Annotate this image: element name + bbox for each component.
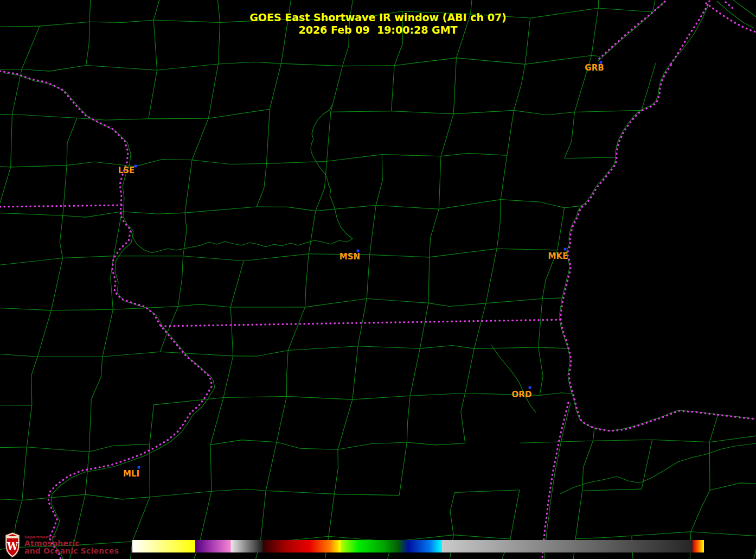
- county-line: [0, 307, 52, 310]
- county-line: [691, 490, 710, 532]
- county-line: [486, 249, 497, 303]
- uw-crest-icon: W: [4, 532, 21, 558]
- county-line: [22, 66, 86, 72]
- station-label-LSE: LSE: [118, 166, 135, 175]
- county-line: [367, 255, 370, 298]
- station-label-ORD: ORD: [512, 390, 532, 399]
- image-timestamp: 2026 Feb 09 19:00:28 GMT: [0, 24, 756, 36]
- county-line: [392, 66, 395, 111]
- county-line: [0, 447, 27, 448]
- county-line: [230, 261, 244, 307]
- county-line: [149, 118, 209, 119]
- county-line: [277, 442, 338, 449]
- county-line: [27, 447, 89, 452]
- county-line: [178, 256, 183, 307]
- county-line: [198, 491, 212, 546]
- county-line: [565, 112, 575, 158]
- county-line: [407, 442, 465, 445]
- county-line: [60, 215, 63, 258]
- county-line: [257, 207, 316, 211]
- county-line: [210, 445, 212, 492]
- uw-aos-logo: W Department of Atmospheric and Oceanic …: [4, 532, 119, 558]
- county-line: [0, 353, 37, 357]
- county-line: [0, 497, 22, 500]
- county-line: [63, 166, 67, 216]
- river-line: [131, 105, 353, 253]
- county-line: [710, 483, 756, 490]
- county-line: [223, 356, 233, 398]
- county-line: [0, 69, 22, 70]
- county-line: [77, 118, 149, 120]
- county-line: [338, 399, 353, 449]
- county-line: [183, 213, 187, 256]
- county-line: [260, 491, 266, 543]
- county-line: [208, 64, 218, 118]
- county-line: [150, 491, 212, 497]
- county-line: [525, 55, 591, 64]
- county-line: [157, 64, 219, 70]
- county-line: [575, 536, 632, 538]
- logo-line2: and Oceanic Sciences: [24, 547, 119, 555]
- map-image: LSEGRBMSNMKEORDMLI: [0, 0, 756, 559]
- crest-letter: W: [7, 541, 18, 552]
- station-dot-ORD: [529, 386, 531, 389]
- county-line: [52, 309, 113, 310]
- county-line: [230, 307, 233, 356]
- county-line: [267, 109, 270, 163]
- county-line: [316, 205, 376, 211]
- county-line: [210, 398, 223, 445]
- county-line: [212, 489, 266, 491]
- county-line: [370, 255, 430, 257]
- county-line: [150, 405, 154, 444]
- county-line: [507, 110, 514, 155]
- county-line: [22, 494, 86, 500]
- logo-line1: Atmospheric: [24, 539, 119, 547]
- county-line: [399, 442, 407, 496]
- county-line: [430, 249, 497, 257]
- county-line: [208, 109, 270, 118]
- county-line: [709, 434, 756, 442]
- county-line: [461, 393, 465, 443]
- county-line: [135, 160, 192, 167]
- county-line: [91, 357, 102, 399]
- county-line: [441, 114, 453, 156]
- county-line: [210, 440, 277, 445]
- county-line: [394, 58, 456, 66]
- county-line: [89, 399, 91, 452]
- county-line: [327, 112, 331, 161]
- county-line: [27, 405, 32, 447]
- county-line: [514, 64, 525, 110]
- county-line: [410, 348, 420, 396]
- county-line: [709, 442, 710, 491]
- county-line: [343, 66, 395, 66]
- county-line: [0, 213, 63, 215]
- county-line: [474, 303, 486, 349]
- county-line: [52, 258, 63, 310]
- image-title: GOES East Shortwave IR window (ABI ch 07…: [0, 11, 756, 23]
- station-label-MSN: MSN: [339, 252, 360, 262]
- county-line: [430, 209, 439, 257]
- county-line: [102, 309, 113, 357]
- county-line: [575, 491, 582, 538]
- county-line: [370, 205, 376, 255]
- county-line: [338, 442, 407, 449]
- county-line: [160, 352, 233, 356]
- station-label-MLI: MLI: [123, 469, 139, 479]
- county-line: [501, 200, 564, 208]
- county-line: [428, 303, 486, 306]
- county-line: [309, 211, 316, 254]
- county-line: [521, 441, 593, 443]
- chicago-shore-line: [544, 403, 571, 559]
- county-line: [376, 155, 382, 206]
- county-line: [582, 489, 642, 491]
- county-line: [465, 348, 475, 393]
- county-line: [382, 155, 441, 156]
- county-line: [185, 160, 192, 213]
- county-line: [748, 536, 756, 559]
- wisconsin-illinois-border: [161, 320, 561, 326]
- county-line: [266, 491, 334, 494]
- county-line: [407, 396, 410, 442]
- county-line: [89, 444, 149, 452]
- county-line: [223, 396, 286, 397]
- county-line: [575, 110, 642, 112]
